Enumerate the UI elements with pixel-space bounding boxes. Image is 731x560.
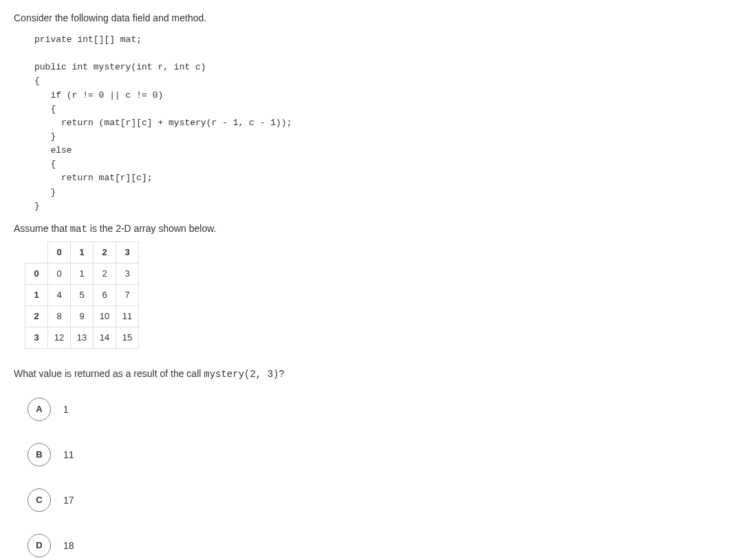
cell: 1 [71,263,94,284]
row-header: 0 [25,263,48,284]
col-header: 2 [94,241,116,263]
table-corner [25,241,48,263]
row-header: 3 [25,327,48,348]
choice-text: 1 [63,404,69,415]
cell: 4 [48,284,71,305]
cell: 2 [94,263,116,284]
question-prompt: What value is returned as a result of th… [14,368,717,380]
choice-text: 18 [63,540,74,551]
choice-c[interactable]: C 17 [28,488,717,512]
choice-b[interactable]: B 11 [28,443,717,466]
cell: 6 [94,284,116,305]
cell: 9 [71,305,94,327]
col-header: 3 [116,241,139,263]
choice-text: 17 [63,495,74,506]
cell: 12 [48,327,71,348]
choice-letter: B [28,443,51,466]
cell: 14 [94,327,116,348]
table-header-row: 0 1 2 3 [25,241,139,263]
col-header: 1 [71,241,94,263]
question-intro: Consider the following data field and me… [14,12,717,23]
cell: 8 [48,305,71,327]
assume-post: is the 2-D array shown below. [87,223,217,234]
choice-letter: A [28,398,51,421]
assume-pre: Assume that [14,223,70,234]
matrix-table: 0 1 2 3 0 0 1 2 3 1 4 5 6 7 2 8 9 10 11 … [25,241,139,349]
choice-letter: C [28,488,51,512]
row-header: 2 [25,305,48,327]
choice-letter: D [28,534,51,557]
cell: 15 [116,327,139,348]
choice-a[interactable]: A 1 [28,398,717,421]
cell: 11 [116,305,139,327]
cell: 10 [94,305,116,327]
prompt-pre: What value is returned as a result of th… [14,368,204,379]
choice-text: 11 [63,449,74,460]
assume-text: Assume that mat is the 2-D array shown b… [14,223,717,235]
prompt-post: ? [279,368,284,379]
assume-code: mat [70,224,87,235]
cell: 3 [116,263,139,284]
col-header: 0 [48,241,71,263]
choice-d[interactable]: D 18 [28,534,717,557]
cell: 13 [71,327,94,348]
row-header: 1 [25,284,48,305]
cell: 7 [116,284,139,305]
choices-list: A 1 B 11 C 17 D 18 E No value is returne… [28,398,717,560]
code-block: private int[][] mat; public int mystery(… [34,33,717,213]
prompt-code: mystery(2, 3) [204,369,279,380]
table-row: 2 8 9 10 11 [25,305,139,327]
table-row: 3 12 13 14 15 [25,327,139,348]
table-row: 0 0 1 2 3 [25,263,139,284]
cell: 5 [71,284,94,305]
table-row: 1 4 5 6 7 [25,284,139,305]
cell: 0 [48,263,71,284]
